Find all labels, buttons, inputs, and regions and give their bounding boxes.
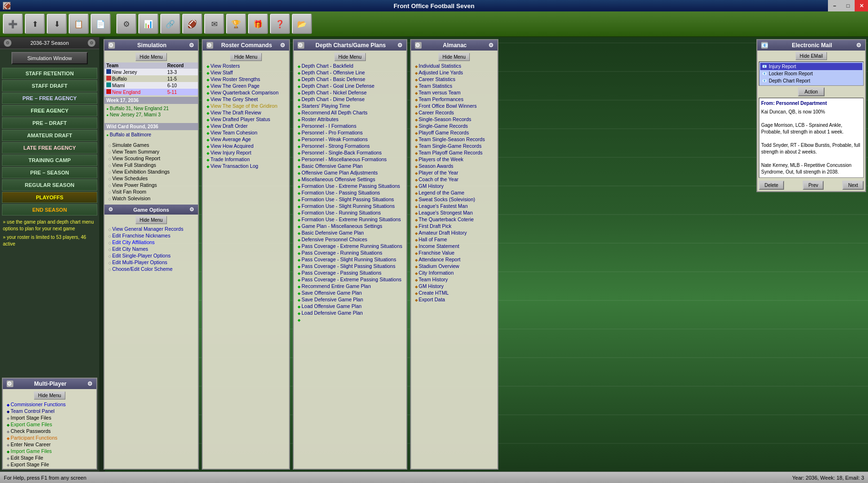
mp-menu-item[interactable]: Import Game Files <box>3 448 96 454</box>
sim-gear-icon[interactable]: ⚙ <box>189 42 194 49</box>
alm-gear-icon[interactable]: ⚙ <box>488 42 494 49</box>
dc-menu-item[interactable]: Personnel - Strong Formations <box>294 143 406 149</box>
mp-hide-button[interactable]: Hide Menu <box>34 391 65 400</box>
dc-menu-item[interactable]: Pass Coverage - Extreme Running Situatio… <box>294 243 406 249</box>
dc-menu-item[interactable]: Load Offensive Game Plan <box>294 303 406 309</box>
alm-menu-item[interactable]: Players of the Week <box>411 156 497 163</box>
go-gear-icon[interactable]: ⚙ <box>189 206 194 213</box>
sim-menu-item[interactable]: View Team Summary <box>104 148 198 155</box>
alm-menu-item[interactable]: Player of the Year <box>411 169 497 176</box>
alm-menu-item[interactable]: Front Office Bowl Winners <box>411 103 497 109</box>
rc-menu-item[interactable]: View How Acquired <box>203 143 289 149</box>
sidebar-item-pre-draft[interactable]: PRE – DRAFT <box>2 117 97 129</box>
sidebar-item-pre-free-agency[interactable]: PRE – FREE AGENCY <box>2 92 97 104</box>
toolbar-gift[interactable]: 🎁 <box>248 14 268 34</box>
alm-menu-item[interactable]: Team versus Team <box>411 89 497 96</box>
sidebar-item-end-season[interactable]: END SEASON <box>2 204 97 216</box>
rc-menu-item[interactable]: View Average Age <box>203 136 289 143</box>
go-menu-item[interactable]: Edit Franchise Nicknames <box>104 232 198 239</box>
dc-hide-menu-button[interactable]: Hide Menu <box>334 53 366 61</box>
alm-menu-item[interactable]: Team Single-Season Records <box>411 136 497 143</box>
alm-menu-item[interactable]: Coach of the Year <box>411 176 497 183</box>
rc-menu-item[interactable]: View Quarterback Comparison <box>203 89 289 96</box>
mp-gear-icon[interactable]: ⚙ <box>87 380 93 387</box>
sim-menu-item[interactable]: View Full Standings <box>104 162 198 168</box>
dc-menu-item[interactable]: Recommend Entire Game Plan <box>294 283 406 289</box>
sim-menu-item[interactable]: Visit Fan Room <box>104 188 198 195</box>
sidebar-item-playoffs[interactable]: PLAYOFFS <box>2 192 97 203</box>
rc-menu-item[interactable]: View Transaction Log <box>203 163 289 169</box>
rc-gear-icon[interactable]: ⚙ <box>280 42 285 49</box>
minimize-button[interactable]: – <box>828 0 841 11</box>
dc-menu-item[interactable]: Defensive Personnel Choices <box>294 236 406 243</box>
dc-menu-item[interactable]: Formation Use - Extreme Passing Situatio… <box>294 183 406 189</box>
email-gear-icon[interactable]: ⚙ <box>856 42 861 49</box>
rc-menu-item[interactable]: View The Grey Sheet <box>203 96 289 103</box>
go-hide-menu-button[interactable]: Hide Menu <box>135 216 167 224</box>
dc-menu-item[interactable] <box>294 316 406 323</box>
alm-menu-item[interactable]: Export Data <box>411 296 497 303</box>
alm-menu-item[interactable]: Attendance Report <box>411 256 497 263</box>
rc-menu-item[interactable]: View The Draft Review <box>203 109 289 116</box>
mp-menu-item[interactable]: Import Stage Files <box>3 414 96 421</box>
email-delete-button[interactable]: Delete <box>759 181 784 190</box>
email-list-item[interactable]: Locker Room Report <box>760 70 862 77</box>
sidebar-item-pre-season[interactable]: PRE – SEASON <box>2 167 97 178</box>
rc-menu-item[interactable]: View The Green Page <box>203 82 289 89</box>
dc-menu-item[interactable]: Load Defensive Game Plan <box>294 309 406 316</box>
table-row[interactable]: Miami 6-10 <box>104 82 198 89</box>
alm-menu-item[interactable]: Hall of Fame <box>411 236 497 243</box>
dc-menu-item[interactable]: Personnel - Pro Formations <box>294 129 406 136</box>
dc-menu-item[interactable]: Basic Defensive Game Plan <box>294 229 406 236</box>
toolbar-upload[interactable]: ⬆ <box>25 14 45 34</box>
close-button[interactable]: ✕ <box>855 0 868 11</box>
alm-menu-item[interactable]: GM History <box>411 183 497 189</box>
sim-menu-item[interactable]: View Schedules <box>104 175 198 182</box>
rc-menu-item[interactable]: View The Sage of the Gridiron <box>203 103 289 109</box>
toolbar-help[interactable]: ❓ <box>270 14 290 34</box>
email-prev-button[interactable]: Prev <box>803 181 824 190</box>
sim-menu-item[interactable]: View Exhibition Standings <box>104 168 198 175</box>
toolbar-trophy[interactable]: 🏆 <box>226 14 246 34</box>
sim-menu-item[interactable]: Simulate Games <box>104 142 198 148</box>
maximize-button[interactable]: □ <box>841 0 855 11</box>
rc-menu-item[interactable]: View Roster Strengths <box>203 76 289 82</box>
alm-menu-item[interactable]: Franchise Value <box>411 249 497 256</box>
sidebar-item-late-free-agency[interactable]: LATE FREE AGENCY <box>2 142 97 154</box>
mp-menu-item[interactable]: Commissioner Functions <box>3 401 96 408</box>
go-menu-item[interactable]: Edit Multi-Player Options <box>104 259 198 266</box>
rc-hide-menu-button[interactable]: Hide Menu <box>230 53 261 61</box>
email-hide-button[interactable]: Hide EMail <box>796 52 827 60</box>
rc-menu-item[interactable]: View Rosters <box>203 62 289 69</box>
sidebar-item-amateur-draft[interactable]: AMATEUR DRAFT <box>2 130 97 141</box>
table-row[interactable]: New England 5-11 <box>104 89 198 95</box>
table-row[interactable]: Buffalo 11-5 <box>104 75 198 82</box>
sidebar-item-training-camp[interactable]: TRAINING CAMP <box>2 154 97 166</box>
email-action-button[interactable]: Action <box>798 87 825 96</box>
toolbar-folder[interactable]: 📂 <box>292 14 312 34</box>
alm-menu-item[interactable]: The Quarterback Coterie <box>411 216 497 223</box>
alm-hide-menu-button[interactable]: Hide Menu <box>438 53 470 61</box>
alm-menu-item[interactable]: Amateur Draft History <box>411 229 497 236</box>
mp-menu-item[interactable]: Participant Functions <box>3 434 96 441</box>
alm-menu-item[interactable]: Team Playoff Game Records <box>411 149 497 156</box>
dc-menu-item[interactable]: Formation Use - Running Situations <box>294 209 406 216</box>
alm-menu-item[interactable]: City Information <box>411 269 497 276</box>
dc-gear-icon[interactable]: ⚙ <box>397 42 403 49</box>
alm-menu-item[interactable]: Single-Game Records <box>411 123 497 129</box>
toolbar-add[interactable]: ➕ <box>3 14 23 34</box>
alm-menu-item[interactable]: Adjusted Line Yards <box>411 69 497 76</box>
mp-menu-item[interactable]: Team Control Panel <box>3 408 96 414</box>
alm-menu-item[interactable]: Individual Statistics <box>411 62 497 69</box>
dc-menu-item[interactable]: Offensive Game Plan Adjustments <box>294 169 406 176</box>
go-menu-item[interactable]: Choose/Edit Color Scheme <box>104 266 198 272</box>
dc-menu-item[interactable]: Depth Chart - Nickel Defense <box>294 89 406 96</box>
rc-menu-item[interactable]: Trade Information <box>203 156 289 163</box>
mp-menu-item[interactable]: Export Game Files <box>3 421 96 428</box>
sim-menu-item[interactable]: View Scouting Report <box>104 155 198 162</box>
dc-menu-item[interactable]: Depth Chart - Goal Line Defense <box>294 82 406 89</box>
dc-menu-item[interactable]: Pass Coverage - Running Situations <box>294 249 406 256</box>
sim-menu-item[interactable]: Watch Solevision <box>104 195 198 202</box>
alm-menu-item[interactable]: Stadium Overview <box>411 263 497 269</box>
rc-menu-item[interactable]: View Injury Report <box>203 149 289 156</box>
